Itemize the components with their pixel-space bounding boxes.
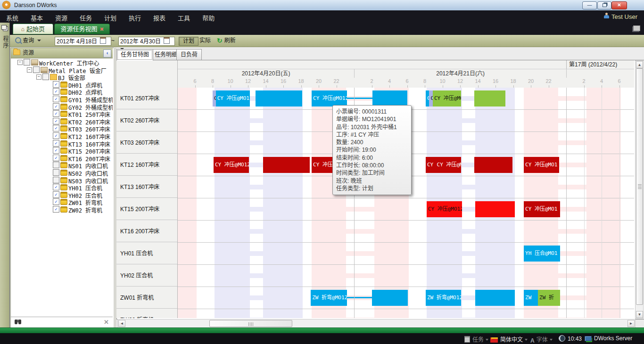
tree-node[interactable]: ✓DH01 点焊机 bbox=[11, 81, 113, 88]
tree-checkbox[interactable]: ✓ bbox=[53, 96, 59, 102]
tree-node[interactable]: NS01 内收口机 bbox=[11, 161, 113, 169]
scroll-up-icon[interactable]: ▲ bbox=[636, 61, 643, 68]
scroll-left-icon[interactable]: ◄ bbox=[118, 320, 125, 327]
tree-node[interactable]: ✓GY02 外桶成型机 bbox=[11, 103, 113, 110]
tree-node[interactable]: ✓YH01 压合机 bbox=[11, 183, 113, 191]
gantt-bar[interactable] bbox=[372, 290, 408, 306]
menu-item-任务[interactable]: 任务 bbox=[74, 10, 98, 22]
tree-checkbox[interactable] bbox=[24, 59, 30, 66]
gantt-bar[interactable] bbox=[474, 157, 512, 173]
tree-checkbox[interactable] bbox=[53, 177, 59, 183]
horizontal-scroll-thumb[interactable] bbox=[209, 320, 292, 327]
dropdown-caret-icon[interactable] bbox=[525, 339, 528, 341]
gantt-bar[interactable]: CY 冲压@MO12041902 bbox=[433, 90, 461, 106]
gantt-bar[interactable]: C bbox=[429, 90, 433, 106]
menu-item-基本[interactable]: 基本 bbox=[25, 10, 49, 22]
gantt-bar[interactable] bbox=[475, 290, 515, 306]
tree-node[interactable]: NS03 内收口机 bbox=[11, 176, 113, 184]
gantt-bar[interactable]: CY 冲压@MO12041904 bbox=[436, 157, 461, 173]
menu-item-报表[interactable]: 报表 bbox=[147, 10, 172, 22]
menu-item-执行[interactable]: 执行 bbox=[123, 10, 147, 22]
gantt-bar[interactable] bbox=[372, 90, 407, 106]
tree-node[interactable]: ✓DH02 点焊机 bbox=[11, 88, 113, 95]
tree-node[interactable]: ✓KT03 260T冲床 bbox=[11, 124, 113, 132]
query-dropdown-icon[interactable] bbox=[37, 40, 41, 41]
tree-checkbox[interactable] bbox=[53, 162, 59, 168]
tree-checkbox[interactable]: ✓ bbox=[53, 118, 59, 124]
gantt-bar[interactable] bbox=[474, 90, 505, 106]
tree-node[interactable]: −Metal Plate 钣金厂 bbox=[11, 66, 113, 74]
scroll-right-icon[interactable]: ► bbox=[627, 320, 635, 327]
tab-start-page[interactable]: ⌂起始页 bbox=[13, 24, 53, 34]
menu-item-工具[interactable]: 工具 bbox=[172, 10, 196, 22]
calendar-icon[interactable] bbox=[100, 37, 106, 44]
date-to-field[interactable]: 2012年 4月30日 bbox=[118, 37, 175, 46]
vertical-scrollbar[interactable]: ▲ ▼ bbox=[635, 60, 644, 319]
menu-item-系统[interactable]: 系统 bbox=[0, 10, 25, 22]
gantt-bar[interactable]: CY 冲压@MO12041904 bbox=[214, 157, 249, 173]
gantt-bar[interactable]: ZW 折弯@MO12041901 bbox=[311, 290, 347, 306]
find-binoculars-icon[interactable] bbox=[15, 319, 17, 324]
tree-node[interactable]: NS02 内收口机 bbox=[11, 169, 113, 176]
tree-node[interactable]: ✓YH02 压合机 bbox=[11, 191, 113, 198]
minimize-button[interactable]: — bbox=[582, 1, 597, 9]
tree-checkbox[interactable]: ✓ bbox=[53, 103, 59, 110]
tree-checkbox[interactable] bbox=[33, 66, 40, 73]
gantt-bar[interactable]: ZW bbox=[524, 290, 538, 306]
scroll-down-icon[interactable]: ▼ bbox=[636, 311, 643, 318]
tree-checkbox[interactable]: ✓ bbox=[53, 110, 59, 117]
tab-task-gantt[interactable]: 任务甘特图 bbox=[116, 49, 153, 61]
gantt-bar[interactable]: CY 冲压@MO1 bbox=[524, 201, 560, 217]
tree-expand-icon[interactable]: − bbox=[27, 67, 32, 73]
tree-node[interactable]: ✓KT13 160T冲床 bbox=[11, 139, 113, 147]
gantt-bar[interactable] bbox=[263, 157, 310, 173]
vertical-scroll-thumb[interactable] bbox=[636, 68, 643, 305]
tree-node[interactable]: ✓KT15 200T冲床 bbox=[11, 147, 113, 154]
gantt-bar[interactable]: CY 冲压@MO12041901 bbox=[216, 90, 250, 106]
restore-button[interactable] bbox=[597, 1, 611, 9]
tree-checkbox[interactable]: ✓ bbox=[53, 184, 59, 190]
tree-node[interactable]: ✓ZW01 折弯机 bbox=[11, 198, 113, 205]
status-clipboard[interactable]: 任务 bbox=[464, 335, 488, 343]
tree-checkbox[interactable]: ✓ bbox=[53, 132, 59, 139]
windows-list-icon[interactable] bbox=[633, 25, 640, 31]
tree-checkbox[interactable]: ✓ bbox=[53, 191, 59, 198]
gantt-bar[interactable]: C bbox=[426, 90, 429, 106]
tree-node[interactable]: ✓KT01 250T冲床 bbox=[11, 110, 113, 117]
refresh-button[interactable]: ↻刷新 bbox=[217, 37, 236, 45]
tree-checkbox[interactable] bbox=[53, 169, 59, 176]
tab-resource-task-view[interactable]: 资源任务视图× bbox=[54, 24, 110, 34]
close-button[interactable]: ✕ bbox=[611, 1, 627, 9]
tab-daily-load[interactable]: 日负荷 bbox=[176, 49, 202, 60]
tree-node[interactable]: ✓KT02 260T冲床 bbox=[11, 117, 113, 125]
status-font[interactable]: A字体 bbox=[530, 335, 553, 344]
find-close-icon[interactable]: ✕ bbox=[104, 319, 109, 326]
date-from-field[interactable]: 2012年 4月18日 bbox=[55, 37, 111, 46]
tree-checkbox[interactable]: ✓ bbox=[53, 140, 59, 147]
tree-node[interactable]: ✓KT12 160T冲床 bbox=[11, 132, 113, 139]
gantt-bar[interactable]: CY 冲压@MO1 bbox=[524, 157, 559, 173]
tree-checkbox[interactable]: ✓ bbox=[53, 147, 59, 154]
horizontal-scrollbar[interactable]: ◄ ► bbox=[117, 319, 636, 328]
tree-node[interactable]: ✓ZW02 折弯机 bbox=[11, 205, 113, 213]
tree-checkbox[interactable]: ✓ bbox=[53, 206, 59, 213]
tree-node[interactable]: ✓KT16 200T冲床 bbox=[11, 154, 113, 162]
gantt-bar[interactable]: YH 压合@MO1 bbox=[524, 246, 560, 262]
status-flag[interactable]: 简体中文 bbox=[490, 335, 528, 343]
tree-checkbox[interactable]: ✓ bbox=[53, 125, 59, 131]
tree-node[interactable]: ✓GY01 外桶成型机 bbox=[11, 95, 113, 103]
tab-close-icon[interactable]: × bbox=[100, 26, 104, 33]
actual-toggle-button[interactable]: 实际 bbox=[196, 37, 215, 45]
gantt-bar[interactable]: CY 冲压@MO12041901 bbox=[312, 90, 347, 106]
tree-checkbox[interactable] bbox=[42, 74, 49, 80]
gantt-bar[interactable] bbox=[475, 201, 515, 217]
tree-checkbox[interactable]: ✓ bbox=[53, 88, 59, 95]
program-side-strip[interactable]: 程序 bbox=[0, 23, 10, 328]
collapse-panel-button[interactable]: ‹ bbox=[103, 49, 111, 57]
gantt-bar[interactable]: ZW 折 bbox=[538, 290, 560, 306]
tree-node[interactable]: −WorkCenter 工作中心 bbox=[11, 58, 113, 66]
gantt-bar[interactable] bbox=[256, 90, 302, 106]
tree-expand-icon[interactable]: − bbox=[36, 74, 41, 80]
dropdown-caret-icon[interactable] bbox=[486, 339, 488, 341]
tree-node[interactable]: −BJ 钣金部 bbox=[11, 73, 113, 81]
